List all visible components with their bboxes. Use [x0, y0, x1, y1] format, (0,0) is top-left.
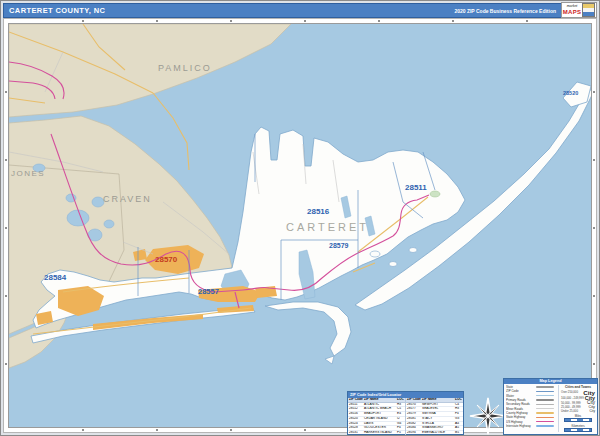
zip-label-28516: 28516 [307, 207, 330, 216]
table-row: 28594EMERALD ISLEB5 [406, 431, 463, 436]
scale-miles: Miles [561, 414, 595, 422]
county-label-carteret: CARTERET [286, 221, 369, 233]
legend-line-sample [536, 425, 554, 426]
legend-entries: StateZIP CodeWaterPrimary RoadsSecondary… [506, 385, 558, 432]
zip-label-28557: 28557 [198, 287, 219, 296]
county-label-craven: CRAVEN [103, 194, 152, 204]
city-class-row: Under 25,000City [561, 410, 595, 413]
grid-ticks-left [5, 25, 7, 426]
legend-line-sample [536, 408, 554, 409]
county-map: PAMLICO CRAVEN JONES CARTERET 28584 2857… [9, 24, 592, 428]
zip-label-28520: 28520 [563, 90, 578, 96]
map-frame: PAMLICO CRAVEN JONES CARTERET 28584 2857… [3, 18, 597, 433]
zip-table-group-1: ZIP Code ZIP Name LOC 28511ATLANTICH3285… [348, 398, 406, 436]
legend-line-sample [536, 412, 554, 413]
title-bar: CARTERET COUNTY, NC 2020 ZIP Code Busine… [3, 3, 597, 18]
grid-ticks-right [593, 25, 595, 426]
compass-rose-icon [468, 396, 508, 436]
page-title: CARTERET COUNTY, NC [4, 6, 105, 15]
map-canvas: PAMLICO CRAVEN JONES CARTERET 28584 2857… [8, 23, 592, 428]
scale-kilometers: Kilometers [561, 424, 595, 432]
legend-line-sample [536, 395, 554, 396]
zip-label-28579: 28579 [329, 242, 349, 249]
zip-label-28511: 28511 [405, 183, 427, 192]
legend-line-sample [536, 399, 554, 400]
legend-entry: Interstate Highway [506, 424, 558, 428]
legend-line-sample [536, 391, 554, 392]
zip-label-28570: 28570 [155, 255, 178, 264]
grid-ticks-top [10, 20, 590, 22]
zip-label-28584: 28584 [44, 273, 67, 282]
county-label-pamlico: PAMLICO [158, 63, 212, 73]
legend-cities: Cities and Towns Over 250,000City100,000… [558, 385, 595, 432]
publisher-logo: market MAPS [561, 2, 597, 18]
legend-line-sample [536, 386, 554, 387]
county-label-jones: JONES [11, 169, 45, 178]
zip-table-group-2: ZIP Code ZIP Name LOC 28570NEWPORTC42857… [406, 398, 463, 436]
zip-code-index-table: ZIP Code Index/Grid Locator ZIP Code ZIP… [347, 391, 464, 435]
legend-line-sample [536, 417, 554, 418]
map-legend: Map Legend StateZIP CodeWaterPrimary Roa… [503, 378, 598, 435]
logo-text: market MAPS [562, 5, 582, 15]
legend-line-sample [536, 421, 554, 422]
legend-line-sample [536, 404, 554, 405]
logo-badge [582, 3, 595, 17]
page: { "header": { "title": "CARTERET COUNTY,… [0, 0, 600, 436]
